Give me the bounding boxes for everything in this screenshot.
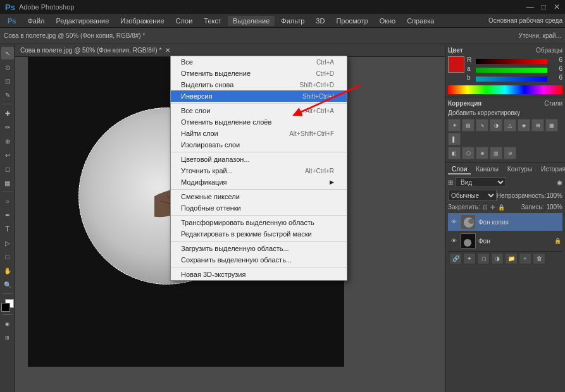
dd-item-deselect-layers[interactable]: Отменить выделение слоёв	[171, 116, 347, 128]
dd-item-refine-edge[interactable]: Уточнить край... Alt+Ctrl+R	[171, 165, 347, 176]
layer-item-copy[interactable]: 👁 Фон копия	[448, 213, 562, 231]
curves-icon[interactable]: ∿	[476, 119, 488, 132]
dd-item-all-layers[interactable]: Все слои Alt+Ctrl+A	[171, 105, 347, 116]
dd-item-reselect[interactable]: Выделить снова Shift+Ctrl+D	[171, 79, 347, 90]
layer-type-filter[interactable]: Вид	[456, 177, 506, 187]
dd-item-modify[interactable]: Модификация ▶	[171, 176, 347, 188]
exposure-icon[interactable]: ◑	[490, 119, 502, 132]
dd-item-quick-mask[interactable]: Редактировать в режиме быстрой маски	[171, 228, 347, 240]
b-value: 6	[550, 74, 562, 81]
dd-item-deselect[interactable]: Отменить выделение Ctrl+D	[171, 68, 347, 79]
tab-channels[interactable]: Каналы	[472, 165, 502, 175]
background-color[interactable]	[1, 303, 10, 312]
color-spectrum[interactable]	[448, 85, 562, 94]
tab-paths[interactable]: Контуры	[504, 165, 536, 175]
layer-mask-btn[interactable]: ◻	[477, 253, 490, 264]
maximize-button[interactable]: □	[542, 3, 546, 11]
filter-toggle-icon[interactable]: ◉	[557, 179, 562, 186]
layer-effect-btn[interactable]: ✦	[463, 253, 476, 264]
crop-tool[interactable]: ⊡	[1, 75, 14, 87]
shape-tool[interactable]: □	[1, 250, 14, 263]
blend-mode-select[interactable]: Обычные	[448, 190, 497, 201]
posterize-icon[interactable]: ▥	[490, 147, 502, 159]
dd-item-transform-selection[interactable]: Трансформировать выделенную область	[171, 217, 347, 228]
menu-window[interactable]: Окно	[375, 16, 401, 26]
dd-item-similar-pixels[interactable]: Смежные пиксели	[171, 191, 347, 202]
dd-item-all[interactable]: Все Ctrl+A	[171, 56, 347, 68]
levels-icon[interactable]: ▤	[462, 119, 475, 132]
menu-view[interactable]: Просмотр	[331, 16, 373, 26]
dd-item-isolate-layers[interactable]: Изолировать слои	[171, 139, 347, 150]
threshold-icon[interactable]: ▌	[448, 133, 461, 145]
dd-item-color-range[interactable]: Цветовой диапазон...	[171, 154, 347, 165]
menu-select[interactable]: Выделение	[228, 16, 275, 26]
menu-help[interactable]: Справка	[402, 16, 439, 26]
tab-layers[interactable]: Слои	[448, 165, 471, 175]
canvas-close-btn[interactable]: ✕	[165, 47, 170, 54]
menu-ps[interactable]: Ps	[3, 16, 21, 26]
layer-new-btn[interactable]: +	[519, 253, 531, 264]
colorbalance-icon[interactable]: ⊞	[531, 119, 544, 132]
quick-mask-tool[interactable]: ◉	[1, 317, 14, 330]
eraser-tool[interactable]: ◻	[1, 162, 14, 175]
layer-group-btn[interactable]: 📁	[505, 253, 518, 264]
hue-icon[interactable]: ◈	[518, 119, 530, 132]
heal-tool[interactable]: ✚	[1, 107, 14, 119]
invert-icon[interactable]: ⊘	[504, 147, 516, 159]
tab-history[interactable]: История	[537, 165, 565, 175]
dd-item-save-selection[interactable]: Сохранить выделенную область...	[171, 254, 347, 266]
r-slider[interactable]	[476, 58, 547, 63]
menu-3d[interactable]: 3D	[311, 16, 330, 26]
lock-position-icon[interactable]: ✛	[490, 204, 495, 211]
menu-edit[interactable]: Редактирование	[51, 16, 115, 26]
a-slider[interactable]	[476, 66, 547, 71]
layer-adjustment-btn[interactable]: ◑	[491, 253, 504, 264]
text-tool[interactable]: T	[1, 223, 14, 235]
hand-tool[interactable]: ✋	[1, 264, 14, 277]
selection-dropdown-menu[interactable]: Все Ctrl+A Отменить выделение Ctrl+D Выд…	[170, 56, 347, 281]
foreground-swatch[interactable]	[448, 56, 464, 73]
blackwhite-icon[interactable]: ◧	[448, 147, 461, 159]
channelmixer-icon[interactable]: ⊕	[476, 147, 488, 159]
screen-mode-tool[interactable]: ⊞	[1, 331, 14, 344]
dd-item-invert[interactable]: Инверсия Shift+Ctrl+I	[171, 90, 347, 102]
layer-link-btn[interactable]: 🔗	[449, 253, 462, 264]
dd-label-similar-tones: Подобные оттенки	[181, 204, 241, 212]
clone-tool[interactable]: ⊕	[1, 135, 14, 147]
brush-tool[interactable]: ✏	[1, 121, 14, 133]
path-tool[interactable]: ▷	[1, 236, 14, 249]
styles-tab[interactable]: Стили	[544, 100, 562, 107]
menu-filter[interactable]: Фильтр	[276, 16, 309, 26]
menu-text[interactable]: Текст	[199, 16, 227, 26]
move-tool[interactable]: ↖	[1, 47, 14, 59]
vibrance-icon[interactable]: △	[504, 119, 516, 132]
b-slider[interactable]	[476, 75, 547, 80]
menu-image[interactable]: Изображение	[115, 16, 169, 26]
gradient-tool[interactable]: ▦	[1, 176, 14, 189]
dodge-tool[interactable]: ○	[1, 195, 14, 207]
eyedropper-tool[interactable]: ✎	[1, 89, 14, 101]
layer-item-bg[interactable]: 👁 Фон 🔒	[448, 232, 562, 250]
layer-delete-btn[interactable]: 🗑	[533, 253, 545, 264]
dd-item-similar-tones[interactable]: Подобные оттенки	[171, 202, 347, 214]
menu-file[interactable]: Файл	[22, 16, 49, 26]
lasso-tool[interactable]: ⊙	[1, 61, 14, 73]
lock-all-icon[interactable]: 🔒	[498, 204, 505, 211]
close-button[interactable]: ✕	[554, 3, 560, 11]
photofilter-icon[interactable]: ⬡	[462, 147, 475, 159]
dd-item-3d-extrusion[interactable]: Новая 3D-экструзия	[171, 269, 347, 280]
brightness-icon[interactable]: ☀	[448, 119, 461, 132]
pen-tool[interactable]: ✒	[1, 209, 14, 221]
dd-item-find-layers[interactable]: Найти слои Alt+Shift+Ctrl+F	[171, 128, 347, 139]
zoom-tool[interactable]: 🔍	[1, 278, 14, 291]
samples-tab[interactable]: Образцы	[536, 47, 562, 54]
history-brush-tool[interactable]: ↩	[1, 149, 14, 161]
gradient-map-icon[interactable]: ▦	[545, 119, 558, 132]
dd-item-load-selection[interactable]: Загрузить выделенную область...	[171, 243, 347, 254]
menu-layers[interactable]: Слои	[171, 16, 198, 26]
layer-eye-bg[interactable]: 👁	[449, 236, 458, 245]
lock-pixels-icon[interactable]: ⊡	[483, 204, 488, 211]
minimize-button[interactable]: —	[526, 3, 534, 11]
layer-eye-copy[interactable]: 👁	[449, 217, 458, 226]
color-swatches[interactable]	[1, 299, 14, 312]
